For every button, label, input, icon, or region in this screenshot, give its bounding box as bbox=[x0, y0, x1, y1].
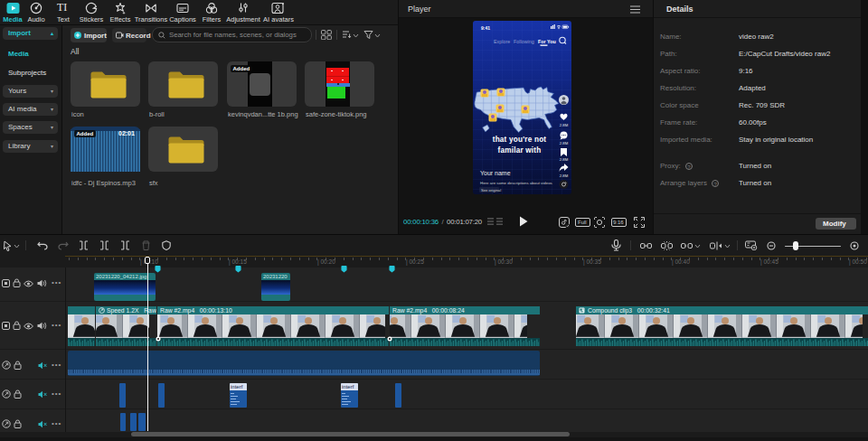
svg-text:Your name: Your name bbox=[480, 170, 511, 176]
svg-text:2.8M: 2.8M bbox=[560, 157, 569, 162]
svg-text:2.8M: 2.8M bbox=[560, 174, 569, 178]
svg-text:2.8M: 2.8M bbox=[560, 141, 569, 145]
svg-text:Explore: Explore bbox=[494, 39, 510, 44]
svg-text:9:41: 9:41 bbox=[481, 25, 490, 31]
svg-text:that you're not: that you're not bbox=[493, 136, 547, 144]
svg-text:For You: For You bbox=[538, 39, 556, 44]
svg-text:Following: Following bbox=[514, 39, 534, 44]
svg-text:familar with: familar with bbox=[498, 146, 542, 155]
svg-text:Here are some descriptions abo: Here are some descriptions about videos bbox=[480, 181, 553, 185]
svg-text:See original: See original bbox=[481, 188, 501, 192]
svg-text:2.8M: 2.8M bbox=[560, 123, 569, 127]
